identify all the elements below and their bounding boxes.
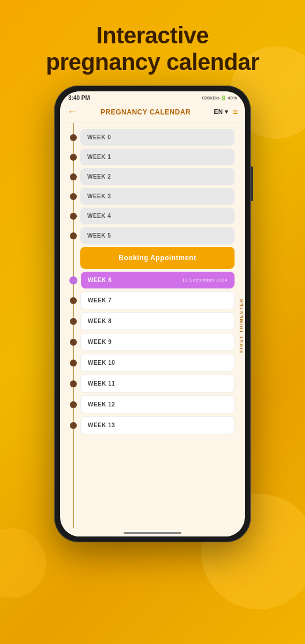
week-row[interactable]: WEEK 0 — [60, 129, 235, 146]
week-row[interactable]: WEEK 9 — [60, 333, 235, 351]
home-indicator — [60, 528, 245, 536]
week-row[interactable]: Booking Appointment — [60, 247, 235, 269]
back-button[interactable]: ← — [67, 106, 77, 118]
week-row[interactable]: WEEK 7 — [60, 291, 235, 309]
week-dot — [69, 276, 77, 284]
phone-screen: 3:40 PM 826KB/s 🔋 49% ← PREGNANCY CALEND… — [60, 91, 245, 536]
status-icons: 826KB/s 🔋 49% — [202, 95, 237, 101]
weeks-list: WEEK 0WEEK 1WEEK 2WEEK 3WEEK 4WEEK 5Book… — [60, 129, 245, 523]
week-item[interactable]: WEEK 4 — [80, 208, 235, 224]
active-week-label: WEEK 6 — [88, 277, 111, 283]
week-row[interactable]: WEEK 13 — [60, 416, 235, 434]
week-item[interactable]: WEEK 13 — [80, 416, 235, 434]
active-week-date: 13 September 2024 — [182, 277, 228, 283]
week-item[interactable]: WEEK 7 — [80, 291, 235, 309]
title-line1: Interactive — [96, 23, 209, 48]
booking-appointment-button[interactable]: Booking Appointment — [80, 247, 235, 269]
phone-frame: 3:40 PM 826KB/s 🔋 49% ← PREGNANCY CALEND… — [54, 86, 251, 542]
week-item[interactable]: WEEK 12 — [80, 395, 235, 413]
week-dot — [70, 339, 77, 346]
week-dot — [70, 134, 77, 141]
menu-button[interactable]: ≡ — [233, 107, 238, 117]
week-dot — [70, 213, 77, 220]
language-selector[interactable]: EN ▾ — [214, 108, 228, 116]
app-header: ← PREGNANCY CALENDAR EN ▾ ≡ — [60, 102, 245, 123]
week-row[interactable]: WEEK 5 — [60, 227, 235, 244]
trimester-text: FIRST TRIMESTER — [239, 298, 244, 353]
status-time: 3:40 PM — [68, 95, 90, 101]
week-dot — [70, 360, 77, 367]
week-dot — [70, 193, 77, 200]
week-item[interactable]: WEEK 5 — [80, 227, 235, 244]
background-blob-bottom-left — [0, 528, 46, 598]
week-item[interactable]: WEEK 2 — [80, 168, 235, 185]
week-dot — [70, 154, 77, 161]
home-bar — [124, 532, 181, 534]
timeline-container: WEEK 0WEEK 1WEEK 2WEEK 3WEEK 4WEEK 5Book… — [60, 123, 245, 528]
week-item[interactable]: WEEK 8 — [80, 312, 235, 330]
header-right-controls: EN ▾ ≡ — [214, 107, 238, 117]
week-dot — [70, 380, 77, 387]
week-item[interactable]: WEEK 0 — [80, 129, 235, 146]
app-header-title: PREGNANCY CALENDAR — [101, 108, 191, 116]
week-dot — [70, 232, 77, 239]
week-row[interactable]: WEEK 8 — [60, 312, 235, 330]
trimester-label: FIRST TRIMESTER — [239, 123, 244, 528]
week-dot — [70, 422, 77, 429]
app-title: Interactive pregnancy calendar — [46, 22, 259, 75]
week-item[interactable]: WEEK 11 — [80, 375, 235, 393]
week-row[interactable]: WEEK 10 — [60, 354, 235, 372]
week-row[interactable]: WEEK 1 — [60, 149, 235, 165]
week-row[interactable]: WEEK 11 — [60, 375, 235, 393]
week-row[interactable]: WEEK 12 — [60, 395, 235, 413]
week-item[interactable]: WEEK 1 — [80, 149, 235, 165]
week-item[interactable]: WEEK 10 — [80, 354, 235, 372]
status-bar: 3:40 PM 826KB/s 🔋 49% — [60, 91, 245, 102]
week-item[interactable]: WEEK 3 — [80, 188, 235, 205]
week-row[interactable]: WEEK 3 — [60, 188, 235, 205]
week-item[interactable]: WEEK 9 — [80, 333, 235, 351]
week-dot — [70, 318, 77, 325]
week-dot — [70, 173, 77, 180]
week-dot — [70, 401, 77, 408]
week-dot — [70, 297, 77, 304]
week-row[interactable]: WEEK 613 September 2024 — [60, 272, 235, 288]
week-item[interactable]: WEEK 613 September 2024 — [81, 272, 235, 288]
week-row[interactable]: WEEK 2 — [60, 168, 235, 185]
title-line2: pregnancy calendar — [46, 49, 259, 75]
side-button — [251, 166, 253, 201]
week-row[interactable]: WEEK 4 — [60, 208, 235, 224]
